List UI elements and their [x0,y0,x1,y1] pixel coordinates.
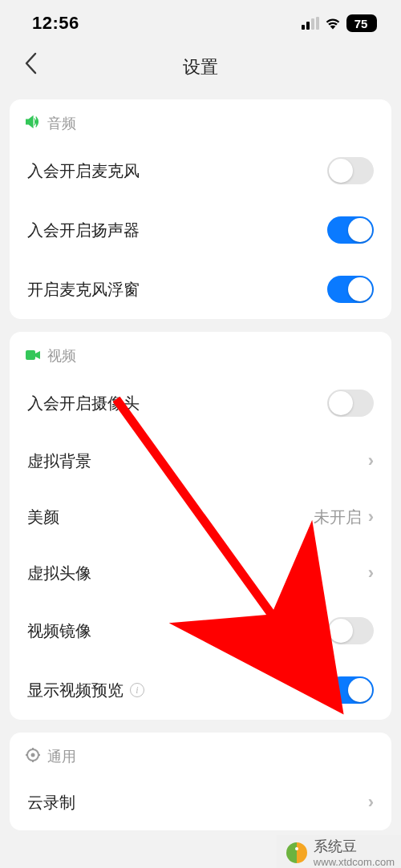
svg-point-8 [295,847,298,850]
gear-icon [26,748,40,766]
speaker-icon [26,115,40,132]
row-label: 开启麦克风浮窗 [27,279,140,301]
row-label: 虚拟背景 [27,450,91,472]
section-header-general: 通用 [10,733,391,774]
row-label: 入会开启扬声器 [27,220,140,241]
svg-point-2 [31,753,35,757]
watermark-name: 系统豆 [314,837,395,856]
watermark-logo-icon [285,841,309,865]
toggle-speaker-on-join[interactable] [327,216,374,244]
status-time: 12:56 [32,13,79,34]
battery-indicator: 75 [346,14,377,32]
chevron-right-icon: › [368,507,374,527]
row-label: 虚拟头像 [27,563,91,584]
toggle-camera-on-join[interactable] [327,390,374,417]
row-video-mirror: 视频镜像 [10,601,391,660]
info-icon[interactable]: i [130,683,144,697]
chevron-right-icon: › [368,792,374,813]
nav-bar: 设置 [0,45,401,90]
section-header-label: 音频 [47,114,76,133]
section-header-audio: 音频 [10,99,391,141]
toggle-video-mirror[interactable] [327,617,374,644]
row-label: 显示视频预览 i [27,680,144,701]
row-value: 未开启 [314,507,362,528]
row-mic-float: 开启麦克风浮窗 [10,260,391,319]
watermark-url: www.xtdcom.com [314,856,395,868]
toggle-mic-on-join[interactable] [327,157,374,184]
cellular-signal-icon [302,17,319,30]
row-speaker-on-join: 入会开启扬声器 [10,200,391,260]
row-virtual-bg[interactable]: 虚拟背景 › [10,433,391,489]
row-mic-on-join: 入会开启麦克风 [10,141,391,200]
row-cloud-record[interactable]: 云录制 › [10,774,391,830]
row-label: 视频镜像 [27,620,91,642]
section-general: 通用 云录制 › [10,733,391,830]
section-header-label: 通用 [47,747,76,766]
row-show-preview: 显示视频预览 i [10,660,391,720]
row-label: 入会开启摄像头 [27,393,140,414]
wifi-icon [325,17,341,30]
svg-rect-0 [26,350,35,360]
row-label: 入会开启麦克风 [27,160,140,182]
chevron-right-icon: › [368,450,374,471]
section-audio: 音频 入会开启麦克风 入会开启扬声器 开启麦克风浮窗 [10,99,391,319]
section-header-label: 视频 [47,346,76,365]
back-button[interactable] [24,52,37,83]
section-header-video: 视频 [10,332,391,373]
row-beauty[interactable]: 美颜 未开启 › [10,489,391,545]
chevron-right-icon: › [368,563,374,583]
status-bar: 12:56 75 [0,0,401,45]
row-label: 美颜 [27,507,59,528]
camera-icon [26,348,40,365]
section-video: 视频 入会开启摄像头 虚拟背景 › 美颜 未开启 › 虚拟头像 › 视频镜像 显… [10,332,391,720]
row-virtual-avatar[interactable]: 虚拟头像 › [10,545,391,601]
status-indicators: 75 [302,14,377,32]
watermark: 系统豆 www.xtdcom.com [277,835,401,868]
toggle-mic-float[interactable] [327,276,374,303]
row-camera-on-join: 入会开启摄像头 [10,373,391,433]
toggle-show-preview[interactable] [327,676,374,704]
page-title: 设置 [183,55,218,79]
row-label: 云录制 [27,792,75,813]
